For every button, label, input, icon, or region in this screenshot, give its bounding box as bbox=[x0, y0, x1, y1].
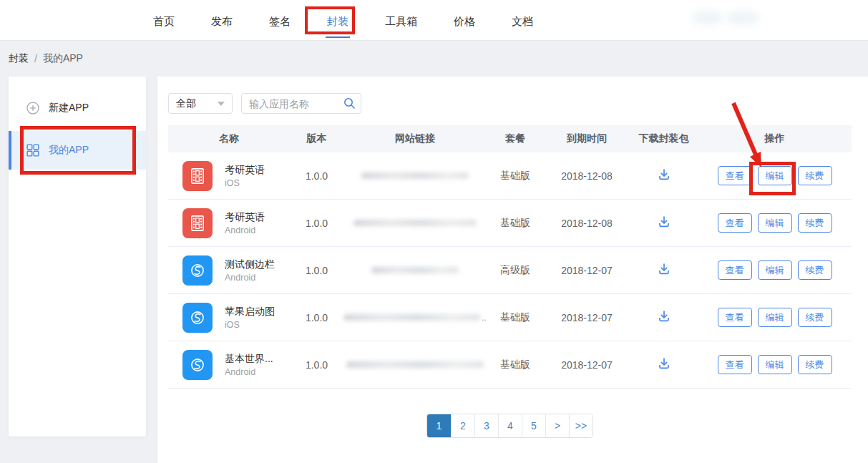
renew-button[interactable]: 续费 bbox=[798, 308, 832, 327]
expiry-date-cell: 2018-12-08 bbox=[544, 218, 630, 229]
version-cell: 1.0.0 bbox=[290, 170, 343, 182]
actions-cell: 查看编辑续费 bbox=[698, 166, 852, 185]
table-header-row: 名称版本网站链接套餐到期时间下载封装包操作 bbox=[168, 125, 852, 152]
table-row: 基本世界...Android1.0.0基础版2018-12-07查看编辑续费 bbox=[168, 341, 852, 389]
s-logo-app-icon bbox=[182, 350, 213, 380]
top-navbar: 首页发布签名封装工具箱价格文档 bbox=[0, 0, 868, 41]
renew-button[interactable]: 续费 bbox=[798, 355, 832, 374]
plan-cell: 基础版 bbox=[487, 217, 544, 230]
redacted-url bbox=[346, 361, 484, 368]
nav-tab-价格[interactable]: 价格 bbox=[452, 3, 477, 38]
download-icon bbox=[657, 262, 671, 278]
app-packaging-page: 首页发布签名封装工具箱价格文档 封装 / 我的APP 新建APP我的APP 全部… bbox=[0, 0, 868, 463]
nav-tab-签名[interactable]: 签名 bbox=[268, 3, 292, 38]
last-page-button[interactable]: >> bbox=[569, 414, 593, 437]
column-header-操作: 操作 bbox=[698, 132, 852, 145]
app-platform: iOS bbox=[225, 320, 275, 330]
edit-button[interactable]: 编辑 bbox=[758, 260, 792, 280]
download-icon bbox=[657, 167, 671, 184]
nav-tab-文档[interactable]: 文档 bbox=[510, 3, 535, 38]
page-button-3[interactable]: 3 bbox=[474, 414, 498, 437]
table-row: 苹果启动图iOS1.0.0..基础版2018-12-07查看编辑续费 bbox=[168, 294, 852, 341]
chevron-down-icon bbox=[218, 102, 225, 106]
view-button[interactable]: 查看 bbox=[718, 355, 752, 374]
nav-tab-发布[interactable]: 发布 bbox=[210, 3, 234, 38]
filter-dropdown[interactable]: 全部 bbox=[168, 93, 233, 114]
page-button-1[interactable]: 1 bbox=[427, 414, 451, 437]
view-button[interactable]: 查看 bbox=[718, 308, 752, 327]
edit-button[interactable]: 编辑 bbox=[758, 166, 792, 185]
search-icon[interactable] bbox=[343, 97, 356, 109]
renew-button[interactable]: 续费 bbox=[798, 213, 832, 233]
sidebar-item-我的APP[interactable]: 我的APP bbox=[9, 131, 146, 170]
expiry-date-cell: 2018-12-07 bbox=[544, 359, 630, 371]
download-icon bbox=[657, 215, 671, 231]
expiry-date-cell: 2018-12-07 bbox=[544, 312, 630, 323]
grid-icon bbox=[26, 144, 39, 157]
edit-button[interactable]: 编辑 bbox=[758, 213, 792, 233]
nav-tab-首页[interactable]: 首页 bbox=[152, 3, 176, 38]
download-cell bbox=[630, 215, 698, 231]
app-name-cell: 苹果启动图iOS bbox=[168, 303, 290, 333]
redacted-url bbox=[371, 267, 459, 273]
view-button[interactable]: 查看 bbox=[718, 213, 752, 233]
sidebar-item-label: 我的APP bbox=[49, 144, 89, 157]
renew-button[interactable]: 续费 bbox=[798, 260, 832, 280]
column-header-版本: 版本 bbox=[290, 132, 343, 145]
column-header-名称: 名称 bbox=[168, 132, 290, 145]
download-package-button[interactable] bbox=[657, 356, 671, 373]
website-link-cell bbox=[343, 361, 487, 368]
breadcrumb-section[interactable]: 封装 bbox=[9, 52, 29, 65]
download-cell bbox=[630, 262, 698, 278]
edit-button[interactable]: 编辑 bbox=[758, 355, 792, 374]
app-name-cell: 测试侧边栏Android bbox=[168, 255, 290, 286]
website-link-cell bbox=[343, 220, 487, 226]
sidebar-item-label: 新建APP bbox=[49, 102, 89, 114]
breadcrumb-current: 我的APP bbox=[43, 52, 83, 65]
download-icon bbox=[657, 356, 671, 373]
plan-cell: 高级版 bbox=[487, 264, 544, 277]
app-name-cell: 考研英语Android bbox=[168, 208, 290, 238]
plus-circle-icon bbox=[26, 102, 39, 114]
actions-cell: 查看编辑续费 bbox=[698, 308, 852, 327]
download-package-button[interactable] bbox=[657, 167, 671, 184]
redacted-url bbox=[353, 220, 477, 226]
download-icon bbox=[657, 309, 671, 326]
apps-table: 名称版本网站链接套餐到期时间下载封装包操作 考研英语iOS1.0.0基础版201… bbox=[168, 125, 852, 389]
version-cell: 1.0.0 bbox=[290, 218, 343, 229]
redacted-url bbox=[343, 314, 480, 321]
plan-cell: 基础版 bbox=[487, 170, 544, 182]
app-name-cell: 基本世界...Android bbox=[168, 350, 290, 380]
app-platform: iOS bbox=[225, 178, 265, 188]
app-name-block: 测试侧边栏Android bbox=[225, 258, 275, 283]
pagination: 12345>>> bbox=[168, 414, 852, 438]
page-button-4[interactable]: 4 bbox=[498, 414, 522, 437]
download-package-button[interactable] bbox=[657, 215, 671, 231]
download-cell bbox=[630, 167, 698, 184]
next-page-button[interactable]: > bbox=[545, 414, 569, 437]
edit-button[interactable]: 编辑 bbox=[758, 308, 792, 327]
download-package-button[interactable] bbox=[657, 262, 671, 278]
nav-tab-封装[interactable]: 封装 bbox=[326, 3, 350, 38]
download-package-button[interactable] bbox=[657, 309, 671, 326]
app-name: 测试侧边栏 bbox=[225, 258, 275, 271]
film-app-icon bbox=[182, 208, 213, 238]
redacted-url bbox=[361, 172, 469, 179]
renew-button[interactable]: 续费 bbox=[798, 166, 832, 185]
page-button-2[interactable]: 2 bbox=[451, 414, 474, 437]
view-button[interactable]: 查看 bbox=[718, 166, 752, 185]
website-link-cell bbox=[343, 172, 487, 179]
s-logo-app-icon bbox=[182, 255, 213, 286]
download-cell bbox=[630, 309, 698, 326]
view-button[interactable]: 查看 bbox=[718, 260, 752, 280]
nav-tab-工具箱[interactable]: 工具箱 bbox=[384, 3, 419, 38]
page-button-5[interactable]: 5 bbox=[522, 414, 545, 437]
film-app-icon bbox=[182, 161, 213, 191]
app-name-block: 考研英语Android bbox=[225, 211, 265, 235]
actions-cell: 查看编辑续费 bbox=[698, 260, 852, 280]
sidebar-item-新建APP[interactable]: 新建APP bbox=[9, 92, 146, 124]
table-body: 考研英语iOS1.0.0基础版2018-12-08查看编辑续费考研英语Andro… bbox=[168, 152, 852, 389]
table-row: 考研英语Android1.0.0基础版2018-12-08查看编辑续费 bbox=[168, 200, 852, 247]
breadcrumb-separator: / bbox=[34, 53, 37, 64]
column-header-下载封装包: 下载封装包 bbox=[630, 132, 698, 145]
